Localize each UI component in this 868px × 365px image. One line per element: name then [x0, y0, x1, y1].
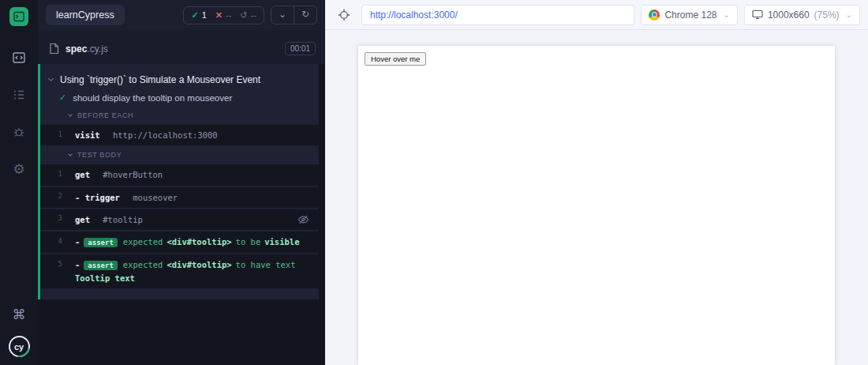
pending-icon: ↺: [240, 10, 247, 21]
command-number: 4: [40, 235, 62, 245]
project-title: learnCypress: [46, 5, 125, 25]
suite-title: Using `trigger()` to Simulate a Mouseove…: [60, 74, 260, 85]
viewport-icon: [752, 9, 763, 20]
aut-iframe: Hover over me: [358, 46, 835, 365]
stage-toolbar: http://localhost:3000/ Chrome 128 ⌄ 1000…: [325, 0, 868, 30]
chevron-down-icon: ⌄: [846, 10, 852, 19]
assert-strong-text: <div#tooltip>: [166, 260, 231, 269]
command-row-assert-text[interactable]: 5 -assertexpected<div#tooltip>to have te…: [40, 254, 319, 288]
reporter-panel: learnCypress ✓ 1 ✕ -- ↺ -- ⌄ ↻ spec.cy.j…: [38, 0, 325, 365]
app-sidebar: ⚙ ⌘ cy: [0, 0, 38, 365]
command-row-visit[interactable]: 1 visit http://localhost:3000: [40, 125, 319, 145]
command-message: #tooltip: [103, 215, 143, 224]
command-body: -assertexpected<div#tooltip>to have text…: [75, 258, 312, 284]
hidden-element-eye-icon: [293, 213, 312, 226]
viewport-scale: (75%): [814, 9, 840, 21]
aut-stage: http://localhost:3000/ Chrome 128 ⌄ 1000…: [325, 0, 868, 365]
cy-logo-text: cy: [14, 342, 24, 352]
command-method: visit: [75, 130, 100, 140]
reporter-header: learnCypress ✓ 1 ✕ -- ↺ -- ⌄ ↻: [38, 0, 325, 30]
url-bar[interactable]: http://localhost:3000/: [361, 5, 634, 25]
spec-name-bold: spec: [65, 43, 87, 55]
debug-glyph-icon: [12, 125, 26, 139]
test-title-row[interactable]: ✓ should display the tooltip on mouseove…: [40, 89, 319, 106]
settings-icon[interactable]: ⚙: [11, 161, 27, 177]
test-body-header[interactable]: TEST BODY: [40, 145, 319, 163]
assert-dash: -: [75, 260, 80, 269]
keyboard-shortcuts-icon[interactable]: ⌘: [13, 307, 26, 323]
failed-count: --: [226, 10, 231, 20]
spec-file-row: spec.cy.js 00:01: [38, 30, 325, 64]
command-row-get-hoverbutton[interactable]: 1 get #hoverButton: [40, 164, 319, 185]
reporter-empty-area: [38, 299, 325, 365]
command-body: - trigger mouseover: [75, 191, 312, 204]
command-message: mouseover: [133, 193, 178, 202]
assert-dash: -: [75, 237, 80, 246]
chevron-down-icon: ⌄: [723, 10, 729, 19]
target-icon: [338, 9, 350, 21]
browser-label: Chrome 128: [664, 9, 716, 21]
stat-failed: ✕ --: [215, 10, 232, 21]
command-body: get #tooltip: [75, 213, 293, 226]
selector-playground-button[interactable]: [333, 5, 355, 25]
chrome-icon: [649, 9, 660, 21]
assert-badge: assert: [84, 261, 118, 270]
command-row-assert-visible[interactable]: 4 -assertexpected<div#tooltip>to bevisib…: [40, 231, 319, 253]
pending-count: --: [251, 10, 256, 20]
viewport-select[interactable]: 1000x660 (75%) ⌄: [744, 5, 860, 25]
command-row-get-tooltip[interactable]: 3 get #tooltip: [40, 209, 319, 230]
assert-text: expected: [123, 260, 163, 269]
reporter-controls: ⌄ ↻: [271, 6, 317, 24]
command-method: get: [75, 215, 90, 224]
command-message: http://localhost:3000: [113, 130, 218, 140]
debug-icon[interactable]: [11, 124, 27, 140]
command-body: visit http://localhost:3000: [75, 129, 312, 141]
assert-badge: assert: [84, 238, 118, 247]
test-body-label: TEST BODY: [77, 151, 122, 159]
command-row-trigger[interactable]: 2 - trigger mouseover: [40, 187, 319, 208]
url-text: http://localhost:3000/: [370, 9, 458, 21]
browser-select[interactable]: Chrome 128 ⌄: [641, 5, 737, 25]
collapse-all-button[interactable]: ⌄: [271, 6, 294, 24]
assert-strong-text: visible: [264, 237, 299, 246]
chevron-down-icon: [68, 112, 73, 117]
suite-title-row[interactable]: Using `trigger()` to Simulate a Mouseove…: [40, 70, 319, 89]
assert-text: expected: [123, 237, 163, 246]
assert-strong-text: <div#tooltip>: [166, 237, 231, 246]
viewport-size: 1000x660: [768, 9, 810, 21]
assert-text: to have text: [236, 260, 296, 269]
spec-name-ext: .cy.js: [87, 43, 107, 55]
command-number: 1: [40, 129, 62, 138]
suite-block: Using `trigger()` to Simulate a Mouseove…: [38, 64, 319, 299]
runs-glyph-icon: [12, 88, 26, 102]
chevron-down-icon: [68, 152, 73, 156]
cypress-circle-logo[interactable]: cy: [9, 336, 30, 357]
command-body: get #hoverButton: [75, 168, 312, 181]
spec-duration: 00:01: [285, 42, 316, 55]
test-passed-check-icon: ✓: [59, 92, 66, 103]
assert-strong-text: Tooltip text: [75, 272, 309, 284]
test-title: should display the tooltip on mouseover: [73, 93, 232, 103]
gear-icon: ⚙: [13, 163, 24, 176]
test-stats: ✓ 1 ✕ -- ↺ --: [183, 6, 264, 24]
spec-file-name: spec.cy.js: [65, 43, 108, 55]
command-number: 2: [40, 191, 62, 201]
command-message: #hoverButton: [103, 170, 163, 179]
runs-icon[interactable]: [11, 87, 27, 103]
stat-pending: ↺ --: [240, 10, 256, 21]
terminal-glyph-icon: [13, 11, 24, 22]
command-method: - trigger: [75, 193, 120, 202]
hover-over-me-button[interactable]: Hover over me: [365, 52, 426, 66]
passed-check-icon: ✓: [191, 10, 198, 21]
command-method: get: [75, 170, 90, 179]
command-body: -assertexpected<div#tooltip>to bevisible: [75, 235, 312, 249]
rerun-tests-button[interactable]: ↻: [294, 6, 316, 24]
specs-icon[interactable]: [11, 50, 27, 66]
command-number: 3: [40, 213, 62, 223]
before-each-header[interactable]: BEFORE EACH: [40, 106, 319, 123]
command-number: 1: [40, 168, 62, 178]
passed-count: 1: [202, 10, 207, 20]
cypress-app-icon[interactable]: [9, 7, 28, 26]
failed-x-icon: ✕: [215, 10, 223, 21]
stat-passed: ✓ 1: [191, 10, 206, 21]
